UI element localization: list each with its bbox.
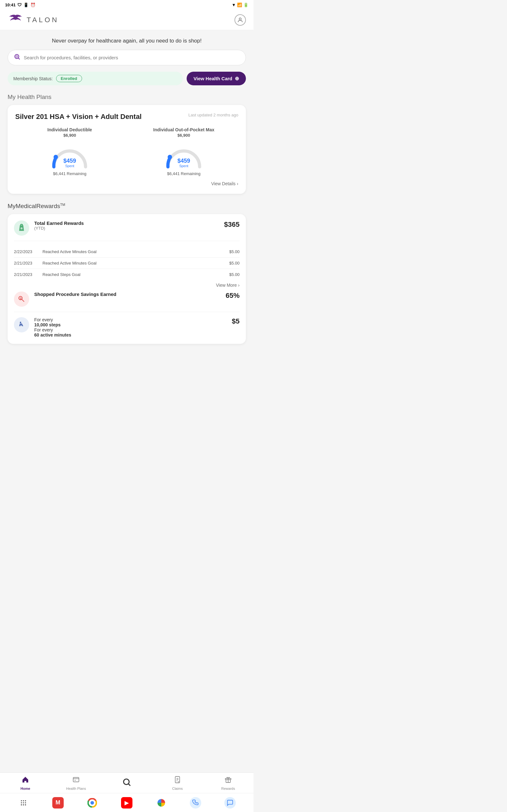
svg-text:Spent: Spent <box>179 164 188 168</box>
reward-detail-row: 2/22/2023 Reached Active Minutes Goal $5… <box>14 246 239 258</box>
shield-icon: 🛡 <box>17 3 21 7</box>
svg-point-2 <box>239 18 241 20</box>
reward-detail-date: 2/21/2023 <box>14 261 43 265</box>
view-health-card-label: View Health Card <box>193 76 232 81</box>
reward-detail-desc: Reached Active Minutes Goal <box>43 249 229 254</box>
plan-last-updated: Last updated 2 months ago <box>188 113 238 117</box>
rewards-card: Total Earned Rewards (YTD) $365 2/22/202… <box>8 214 246 344</box>
reward-details-list: 2/22/2023 Reached Active Minutes Goal $5… <box>14 246 239 280</box>
shopped-procedure-title: Shopped Procedure Savings Earned <box>34 292 221 297</box>
action-row: Membership Status: Enrolled View Health … <box>8 72 246 85</box>
svg-point-9 <box>168 155 172 159</box>
rewards-section-title: MyMedicalRewardsTM <box>8 203 246 210</box>
deductible-max: $6,900 <box>63 133 76 138</box>
total-earned-content: Total Earned Rewards (YTD) <box>34 220 219 231</box>
chevron-right-icon: › <box>237 181 238 186</box>
status-bar: 10:41 🛡 📱 ⏰ ▼ 📶 🔋 <box>0 0 253 10</box>
svg-text:Spent: Spent <box>65 164 74 168</box>
reward-detail-row: 2/21/2023 Reached Active Minutes Goal $5… <box>14 258 239 269</box>
status-left: 10:41 🛡 📱 ⏰ <box>5 3 36 7</box>
total-earned-rewards-row: Total Earned Rewards (YTD) $365 <box>14 220 239 241</box>
health-plans-section-title: My Health Plans <box>8 94 246 101</box>
svg-text:$459: $459 <box>63 158 76 164</box>
svg-point-1 <box>19 16 20 17</box>
reward-detail-date: 2/21/2023 <box>14 272 43 277</box>
chevron-right-icon: › <box>238 283 239 288</box>
search-bar <box>8 50 246 65</box>
reward-detail-amount: $5.00 <box>229 249 239 254</box>
svg-point-16 <box>20 322 21 323</box>
plan-header: Silver 201 HSA + Vision + Adult Dental L… <box>15 113 238 121</box>
battery-icon: 🔋 <box>243 3 248 7</box>
deductible-gauge: $459 Spent <box>49 142 90 167</box>
svg-line-14 <box>22 299 24 302</box>
svg-line-4 <box>18 58 20 59</box>
steps-icon <box>14 317 29 333</box>
sim-icon: 📱 <box>23 3 29 7</box>
view-more-link[interactable]: View More › <box>216 283 239 288</box>
logo-bird-icon <box>8 14 23 26</box>
logo-text: TALON <box>26 16 59 24</box>
enrolled-badge: Enrolled <box>56 75 82 82</box>
rewards-bag-icon <box>14 220 29 236</box>
signal-icon: 📶 <box>237 3 242 7</box>
steps-reward-content: For every 10,000 steps For every 60 acti… <box>34 317 227 338</box>
deductibles-row: Individual Deductible $6,900 $459 Spent <box>15 127 238 176</box>
deductible-label: Individual Deductible <box>48 127 92 132</box>
health-card-icon: ⊕ <box>235 75 239 82</box>
svg-point-6 <box>54 155 58 159</box>
svg-point-12 <box>20 227 23 230</box>
app-header: TALON <box>0 10 253 30</box>
view-health-card-button[interactable]: View Health Card ⊕ <box>187 72 246 85</box>
shopped-procedure-icon: $ <box>14 292 29 307</box>
steps-reward-amount: $5 <box>232 317 239 325</box>
svg-point-5 <box>16 55 18 57</box>
user-account-button[interactable] <box>234 14 246 26</box>
view-details-row: View Details › <box>15 181 238 186</box>
total-earned-title: Total Earned Rewards <box>34 220 219 226</box>
individual-deductible: Individual Deductible $6,900 $459 Spent <box>15 127 124 176</box>
reward-detail-amount: $5.00 <box>229 261 239 265</box>
reward-detail-desc: Reached Steps Goal <box>43 272 229 277</box>
clock-icon: ⏰ <box>31 3 36 7</box>
view-details-link[interactable]: View Details › <box>211 181 238 186</box>
svg-point-0 <box>11 16 12 17</box>
out-of-pocket-max: Individual Out-of-Pocket Max $6,900 $459… <box>129 127 238 176</box>
steps-reward-row: For every 10,000 steps For every 60 acti… <box>14 317 239 338</box>
rewards-section: MyMedicalRewardsTM Total Earned Rewards … <box>8 203 246 344</box>
reward-detail-date: 2/22/2023 <box>14 249 43 254</box>
shopped-procedure-row: $ Shopped Procedure Savings Earned 65% <box>14 292 239 312</box>
main-content: Never overpay for healthcare again, all … <box>0 30 253 396</box>
oop-max: $6,900 <box>177 133 190 138</box>
plan-name: Silver 201 HSA + Vision + Adult Dental <box>15 113 142 121</box>
reward-detail-desc: Reached Active Minutes Goal <box>43 261 229 265</box>
steps-text: For every 10,000 steps For every 60 acti… <box>34 317 227 338</box>
status-right: ▼ 📶 🔋 <box>232 3 248 7</box>
shopped-procedure-amount: 65% <box>226 292 239 300</box>
membership-status: Membership Status: Enrolled <box>8 72 183 85</box>
reward-detail-amount: $5.00 <box>229 272 239 277</box>
view-more-row: View More › <box>14 283 239 288</box>
membership-label: Membership Status: <box>13 76 53 81</box>
svg-text:$459: $459 <box>177 158 190 164</box>
reward-detail-row: 2/21/2023 Reached Steps Goal $5.00 <box>14 269 239 280</box>
svg-point-3 <box>15 55 19 59</box>
oop-gauge: $459 Spent <box>163 142 205 167</box>
tagline: Never overpay for healthcare again, all … <box>8 38 246 44</box>
shopped-procedure-content: Shopped Procedure Savings Earned <box>34 292 221 297</box>
wifi-icon: ▼ <box>232 3 236 7</box>
logo: TALON <box>8 14 59 26</box>
search-icon <box>14 53 20 62</box>
search-input[interactable] <box>24 55 240 60</box>
status-time: 10:41 <box>5 3 15 7</box>
svg-text:$: $ <box>20 297 22 300</box>
oop-label: Individual Out-of-Pocket Max <box>153 127 215 132</box>
health-plan-card: Silver 201 HSA + Vision + Adult Dental L… <box>8 105 246 194</box>
total-earned-subtitle: (YTD) <box>34 226 219 231</box>
total-earned-amount: $365 <box>224 220 239 229</box>
